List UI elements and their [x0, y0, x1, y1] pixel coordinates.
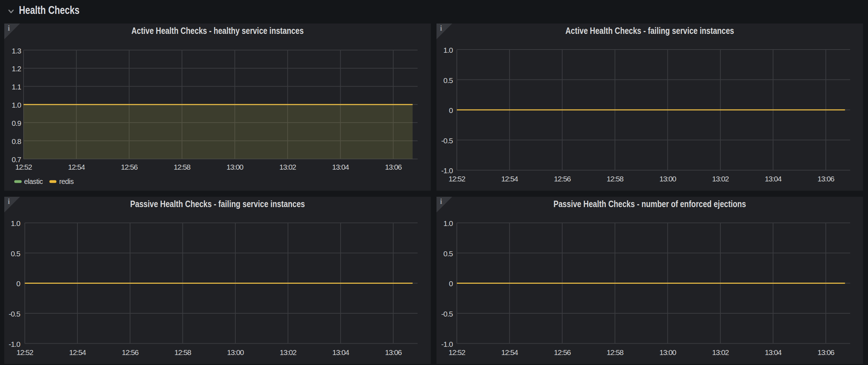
svg-text:12:56: 12:56 — [121, 163, 138, 171]
svg-text:12:56: 12:56 — [122, 348, 138, 356]
svg-text:13:04: 13:04 — [765, 348, 782, 356]
svg-text:13:02: 13:02 — [279, 163, 296, 171]
svg-text:13:00: 13:00 — [659, 175, 676, 183]
svg-text:12:54: 12:54 — [68, 163, 85, 171]
svg-text:12:54: 12:54 — [69, 348, 86, 356]
svg-text:12:52: 12:52 — [449, 348, 465, 356]
svg-text:0.5: 0.5 — [443, 76, 453, 84]
svg-text:1.0: 1.0 — [11, 219, 20, 227]
svg-text:redis: redis — [59, 178, 74, 185]
svg-text:1.0: 1.0 — [12, 101, 21, 109]
svg-text:0: 0 — [16, 279, 20, 288]
svg-text:13:06: 13:06 — [385, 348, 402, 356]
svg-text:12:58: 12:58 — [174, 348, 191, 356]
svg-text:13:02: 13:02 — [712, 175, 729, 183]
svg-text:-0.5: -0.5 — [441, 137, 453, 145]
svg-text:-1.0: -1.0 — [441, 340, 453, 348]
svg-text:0.5: 0.5 — [443, 250, 453, 258]
svg-text:i: i — [8, 197, 10, 205]
svg-text:12:58: 12:58 — [607, 175, 623, 183]
svg-text:Health Checks: Health Checks — [19, 4, 80, 16]
svg-text:elastic: elastic — [24, 178, 43, 185]
svg-text:12:58: 12:58 — [174, 163, 190, 171]
svg-text:0.7: 0.7 — [12, 155, 21, 164]
svg-text:1.1: 1.1 — [12, 83, 21, 91]
svg-text:13:02: 13:02 — [280, 348, 296, 356]
svg-text:0: 0 — [449, 106, 453, 114]
svg-text:13:02: 13:02 — [712, 348, 729, 356]
svg-text:12:58: 12:58 — [607, 348, 623, 356]
svg-text:13:04: 13:04 — [332, 163, 349, 171]
svg-text:-0.5: -0.5 — [9, 310, 20, 318]
svg-text:i: i — [8, 24, 10, 32]
svg-text:-1.0: -1.0 — [9, 340, 20, 348]
svg-text:0.8: 0.8 — [12, 137, 21, 145]
svg-text:Active Health Checks - healthy: Active Health Checks - healthy service i… — [132, 26, 304, 36]
svg-text:0.9: 0.9 — [12, 119, 21, 127]
svg-text:-1.0: -1.0 — [441, 166, 453, 175]
svg-text:i: i — [440, 24, 442, 32]
svg-text:12:52: 12:52 — [449, 175, 465, 183]
svg-text:i: i — [440, 197, 442, 205]
svg-text:13:04: 13:04 — [332, 348, 349, 356]
svg-text:13:00: 13:00 — [227, 348, 244, 356]
svg-text:13:06: 13:06 — [817, 175, 834, 183]
svg-text:Passive Health Checks - number: Passive Health Checks - number of enforc… — [553, 199, 746, 209]
svg-text:13:06: 13:06 — [385, 163, 402, 171]
svg-text:12:52: 12:52 — [16, 348, 33, 356]
svg-text:1.0: 1.0 — [443, 46, 453, 54]
svg-text:Passive Health Checks - failin: Passive Health Checks - failing service … — [130, 199, 305, 209]
svg-text:13:00: 13:00 — [226, 163, 243, 171]
svg-text:13:04: 13:04 — [765, 175, 782, 183]
svg-text:13:06: 13:06 — [817, 348, 834, 356]
svg-text:-0.5: -0.5 — [441, 310, 453, 318]
svg-text:12:56: 12:56 — [554, 348, 571, 356]
svg-text:1.2: 1.2 — [12, 65, 21, 73]
svg-text:12:52: 12:52 — [15, 163, 32, 171]
svg-text:1.3: 1.3 — [12, 47, 21, 55]
svg-text:12:56: 12:56 — [554, 175, 571, 183]
svg-text:Active Health Checks - failing: Active Health Checks - failing service i… — [566, 26, 734, 36]
svg-text:12:54: 12:54 — [501, 348, 519, 356]
svg-text:0.5: 0.5 — [11, 250, 20, 258]
svg-text:0: 0 — [449, 279, 453, 288]
svg-text:1.0: 1.0 — [443, 219, 453, 227]
svg-text:13:00: 13:00 — [659, 348, 676, 356]
svg-text:12:54: 12:54 — [501, 175, 519, 183]
